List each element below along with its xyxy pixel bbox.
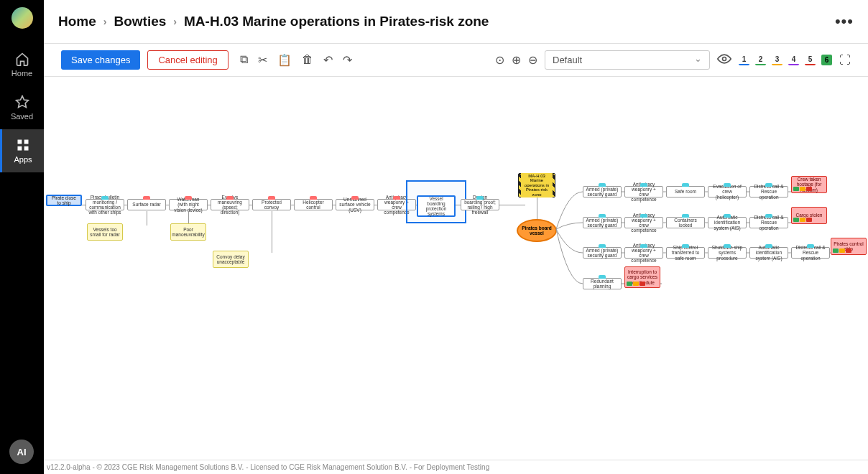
layer-badge-5[interactable]: 5	[805, 55, 816, 65]
barrier-node[interactable]: Ship control transferred to safe room	[666, 247, 705, 259]
zoom-in-icon[interactable]: ⊕	[512, 53, 521, 67]
nav-home-label: Home	[11, 69, 32, 78]
barrier-node[interactable]: Piracy bulletin monitoring / communicati…	[86, 199, 124, 210]
barrier-node[interactable]: Protected convoy	[252, 199, 291, 210]
sidebar: Home Saved Apps AI	[0, 0, 44, 474]
consequence-node[interactable]: Pirates control ship	[831, 238, 867, 255]
layer-badge-1[interactable]: 1	[739, 55, 749, 65]
undo-icon[interactable]: ↶	[323, 53, 333, 67]
main: Home › Bowties › MA-H.03 Marine operatio…	[44, 0, 868, 474]
barrier-node[interactable]: Anti-piracy weaponry + crew competence	[624, 186, 663, 198]
barrier-node[interactable]: Anti-piracy weaponry + crew competence	[624, 247, 663, 259]
topbar: Home › Bowties › MA-H.03 Marine operatio…	[44, 0, 868, 44]
barrier-node[interactable]: Automatic identification system (AIS)	[749, 247, 788, 259]
paste-icon[interactable]: 📋	[277, 53, 292, 67]
barrier-node[interactable]: Anti-piracy weaponry + crew competence	[624, 217, 663, 228]
connector	[537, 198, 537, 219]
svg-rect-3	[18, 147, 22, 151]
barrier-node[interactable]: Shutdown ship systems procedure	[708, 247, 747, 259]
svg-rect-4	[24, 147, 29, 151]
nav-saved[interactable]: Saved	[0, 86, 44, 129]
redo-icon[interactable]: ↷	[343, 53, 352, 67]
layer-badge-6[interactable]: 6	[821, 55, 832, 65]
barrier-node[interactable]: Design boarding proof; railing / high fr…	[461, 199, 499, 210]
zoom-fit-icon[interactable]: ⊙	[495, 53, 504, 67]
nav-saved-label: Saved	[11, 112, 33, 121]
footer: v12.2.0-alpha - © 2023 CGE Risk Manageme…	[44, 460, 868, 474]
view-select[interactable]: Default	[545, 50, 710, 70]
connector	[147, 211, 147, 226]
svg-rect-2	[24, 140, 29, 144]
barrier-node[interactable]: Armed (private) security guard	[583, 247, 622, 259]
fullscreen-icon[interactable]: ⛶	[839, 54, 851, 67]
barrier-node-selected[interactable]: Vessel boarding protection systems	[417, 195, 456, 217]
svg-rect-1	[18, 140, 22, 144]
nav-home[interactable]: Home	[0, 43, 44, 86]
apps-icon	[16, 138, 30, 152]
nav-apps[interactable]: Apps	[0, 129, 44, 172]
breadcrumb-bowties[interactable]: Bowties	[114, 14, 166, 29]
escalation-node[interactable]: Convoy delay unacceptable	[213, 251, 249, 268]
barrier-node[interactable]: Safe room	[666, 186, 705, 198]
connector	[272, 211, 272, 253]
chevron-right-icon: ›	[173, 16, 177, 27]
hazard-node[interactable]: MA-H.03 Marine operations in Pirates-ris…	[518, 173, 555, 198]
barrier-node[interactable]: Watchman (with night vision device)	[169, 199, 208, 210]
avatar[interactable]	[11, 7, 33, 29]
threat-node[interactable]: Pirate close to ship	[46, 195, 82, 206]
ai-badge[interactable]: AI	[9, 440, 34, 464]
barrier-node[interactable]: Redundant planning	[583, 278, 622, 289]
barrier-node[interactable]: Unmanned surface vehicle (USV)	[336, 199, 374, 210]
escalation-node[interactable]: Vessels too small for radar	[87, 223, 123, 241]
layer-badges: 1 2 3 4 5 6	[739, 55, 832, 65]
barrier-node[interactable]: Armed (private) security guard	[583, 217, 622, 228]
top-event-node[interactable]: Pirates board vessel	[517, 219, 557, 242]
svg-point-5	[723, 57, 726, 60]
star-icon	[15, 95, 29, 109]
visibility-icon[interactable]	[717, 52, 731, 69]
barrier-node[interactable]: Containers locked	[666, 217, 705, 228]
save-button[interactable]: Save changes	[61, 50, 140, 70]
breadcrumb-current: MA-H.03 Marine operations in Pirates-ris…	[184, 14, 489, 29]
diagram-canvas[interactable]: Pirate close to ship Piracy bulletin mon…	[44, 77, 868, 460]
barrier-node[interactable]: Distress call & Rescue operation	[749, 217, 788, 228]
escalation-node[interactable]: Poor manoeuvrability	[170, 223, 206, 241]
layer-badge-2[interactable]: 2	[755, 55, 766, 65]
layer-badge-4[interactable]: 4	[788, 55, 799, 65]
svg-marker-0	[16, 96, 28, 108]
barrier-node[interactable]: Armed (private) security guard	[583, 186, 622, 198]
barrier-node[interactable]: Evasive maneuvring (speed; direction)	[211, 199, 249, 210]
toolbar: Save changes Cancel editing ⧉ ✂ 📋 🗑 ↶ ↷ …	[44, 44, 868, 77]
delete-icon[interactable]: 🗑	[302, 53, 313, 67]
barrier-node[interactable]: Surface radar	[127, 199, 166, 210]
zoom-out-icon[interactable]: ⊖	[528, 53, 537, 67]
connector-fan	[44, 77, 868, 459]
hazard-label: MA-H.03 Marine operations in Pirates-ris…	[521, 173, 553, 198]
barrier-node[interactable]: Distress call & Rescue operation	[749, 186, 788, 198]
barrier-node[interactable]: Helicopter control	[294, 199, 333, 210]
breadcrumb: Home › Bowties › MA-H.03 Marine operatio…	[58, 14, 489, 29]
zoom-group: ⊙ ⊕ ⊖	[495, 53, 537, 67]
view-select-value: Default	[553, 55, 582, 65]
barrier-node[interactable]: Evacuation of crew (helicopter)	[708, 186, 747, 198]
barrier-node[interactable]: Distress call & Rescue operation	[791, 247, 830, 259]
cut-icon[interactable]: ✂	[258, 53, 267, 67]
edit-tool-group: ⧉ ✂ 📋 🗑 ↶ ↷	[240, 53, 352, 67]
consequence-node[interactable]: Interruption to cargo services or schedu…	[624, 266, 660, 288]
barrier-node[interactable]: Automatic identification system (AIS)	[708, 217, 747, 228]
home-icon	[15, 52, 29, 66]
consequence-node[interactable]: Crew taken hostage (for ransom)	[791, 176, 827, 193]
copy-icon[interactable]: ⧉	[240, 53, 248, 67]
more-menu-icon[interactable]: •••	[835, 12, 854, 31]
nav-apps-label: Apps	[14, 155, 32, 164]
layer-badge-3[interactable]: 3	[772, 55, 782, 65]
breadcrumb-home[interactable]: Home	[58, 14, 96, 29]
cancel-button[interactable]: Cancel editing	[147, 50, 228, 70]
chevron-right-icon: ›	[103, 16, 107, 27]
consequence-node[interactable]: Cargo stolen	[791, 207, 827, 224]
